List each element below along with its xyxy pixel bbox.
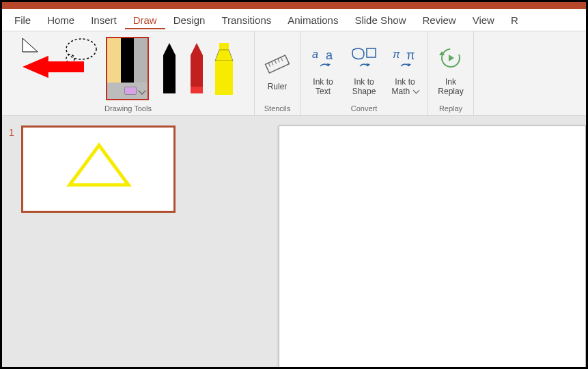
highlighter-yellow[interactable] bbox=[213, 42, 235, 96]
slide-canvas[interactable] bbox=[279, 126, 586, 368]
group-stencils: Ruler Stencils bbox=[255, 31, 300, 115]
svg-marker-29 bbox=[449, 55, 454, 61]
svg-marker-2 bbox=[23, 56, 84, 78]
svg-line-15 bbox=[272, 61, 274, 65]
ink-to-shape-icon bbox=[350, 42, 378, 76]
svg-rect-11 bbox=[215, 61, 233, 89]
triangle-shape-icon bbox=[61, 140, 137, 194]
tab-slideshow[interactable]: Slide Show bbox=[346, 10, 414, 29]
ink-to-shape-label: Ink to Shape bbox=[352, 76, 376, 97]
ink-to-math-icon: π π bbox=[391, 42, 419, 76]
dropdown-icon bbox=[138, 87, 145, 94]
color-swatch-icon bbox=[124, 87, 137, 95]
ink-to-text-button[interactable]: a a Ink to Text bbox=[305, 41, 341, 97]
svg-line-17 bbox=[278, 59, 280, 62]
group-convert: a a Ink to Text Ink bbox=[300, 31, 428, 115]
tab-home[interactable]: Home bbox=[39, 10, 83, 29]
svg-text:π: π bbox=[406, 48, 415, 62]
svg-line-18 bbox=[281, 57, 283, 60]
svg-rect-8 bbox=[191, 87, 203, 93]
callout-arrow-icon bbox=[23, 52, 84, 82]
tab-review[interactable]: Review bbox=[414, 10, 464, 29]
tab-transitions[interactable]: Transitions bbox=[213, 10, 279, 29]
pen-red[interactable] bbox=[186, 42, 208, 96]
svg-marker-30 bbox=[70, 145, 128, 185]
svg-text:a: a bbox=[326, 48, 333, 62]
ink-replay-button[interactable]: Ink Replay bbox=[432, 41, 469, 97]
group-drawing-tools: Drawing Tools bbox=[2, 31, 255, 115]
svg-rect-4 bbox=[163, 55, 176, 87]
svg-rect-5 bbox=[163, 87, 176, 93]
tab-design[interactable]: Design bbox=[165, 10, 214, 29]
svg-rect-12 bbox=[215, 89, 233, 95]
ink-to-math-button[interactable]: π π Ink to Math bbox=[387, 41, 423, 97]
select-tool-icon[interactable] bbox=[21, 37, 42, 53]
tab-animations[interactable]: Animations bbox=[279, 10, 346, 29]
group-label-stencils: Stencils bbox=[259, 103, 296, 114]
svg-marker-6 bbox=[191, 43, 203, 55]
group-label-convert: Convert bbox=[305, 103, 423, 114]
svg-rect-7 bbox=[191, 55, 203, 87]
svg-rect-9 bbox=[219, 43, 229, 50]
title-bar bbox=[2, 2, 586, 9]
ink-to-text-label: Ink to Text bbox=[313, 76, 333, 97]
tab-file[interactable]: File bbox=[6, 10, 39, 29]
ink-to-shape-button[interactable]: Ink to Shape bbox=[346, 41, 382, 97]
pen-gallery-button[interactable] bbox=[106, 37, 149, 100]
chevron-down-icon bbox=[412, 87, 419, 93]
svg-marker-3 bbox=[163, 43, 176, 55]
svg-line-16 bbox=[275, 60, 277, 63]
ribbon: Drawing Tools Ruler Stencils bbox=[2, 31, 586, 116]
slide-thumbnail-panel: 1 bbox=[2, 116, 204, 367]
pen-list bbox=[153, 42, 235, 96]
svg-marker-10 bbox=[215, 50, 233, 61]
tab-insert[interactable]: Insert bbox=[83, 10, 125, 29]
slide-number: 1 bbox=[9, 126, 21, 213]
svg-text:π: π bbox=[393, 48, 400, 60]
workspace: 1 bbox=[2, 116, 586, 367]
group-label-replay: Replay bbox=[432, 103, 469, 114]
ink-to-text-icon: a a bbox=[309, 42, 337, 76]
ruler-button[interactable]: Ruler bbox=[259, 46, 296, 92]
drawing-tools-left bbox=[21, 37, 102, 100]
tab-view[interactable]: View bbox=[464, 10, 503, 29]
tab-draw[interactable]: Draw bbox=[125, 10, 165, 29]
ink-replay-icon bbox=[437, 42, 464, 76]
ink-to-math-label: Ink to Math bbox=[391, 76, 418, 97]
ruler-label: Ruler bbox=[268, 81, 288, 92]
group-replay: Ink Replay Replay bbox=[428, 31, 474, 115]
svg-line-14 bbox=[268, 63, 270, 66]
group-label-drawing: Drawing Tools bbox=[6, 103, 250, 114]
ribbon-tabs: File Home Insert Draw Design Transitions… bbox=[2, 9, 586, 31]
ink-replay-label: Ink Replay bbox=[438, 76, 463, 97]
svg-text:a: a bbox=[312, 48, 318, 60]
tab-recording[interactable]: R bbox=[503, 10, 527, 29]
slide-thumbnail-1[interactable] bbox=[21, 126, 176, 213]
svg-rect-23 bbox=[367, 48, 376, 57]
slide-editor-area bbox=[204, 116, 586, 367]
ruler-icon bbox=[264, 47, 290, 81]
pen-black[interactable] bbox=[158, 42, 180, 96]
